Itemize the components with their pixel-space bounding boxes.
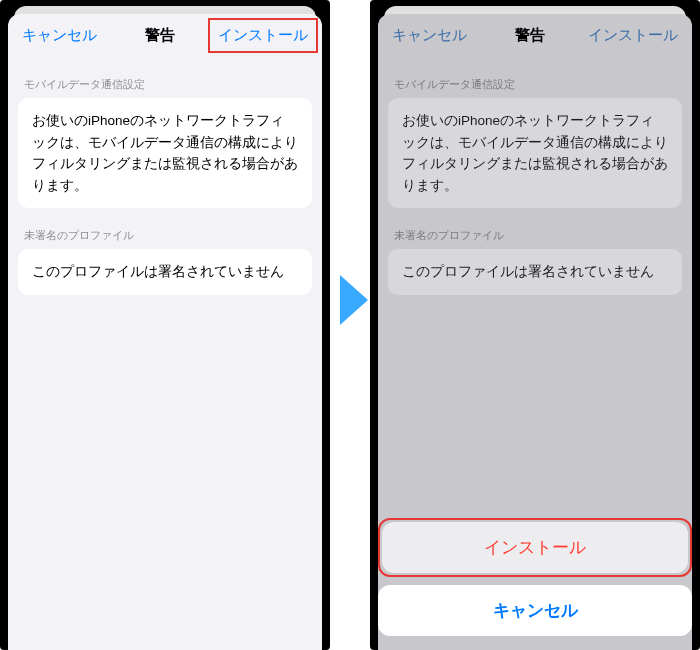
unsigned-profile-card: このプロファイルは署名されていません	[388, 249, 682, 295]
nav-title: 警告	[515, 26, 545, 45]
unsigned-profile-card: このプロファイルは署名されていません	[18, 249, 312, 295]
section-header-cellular: モバイルデータ通信設定	[378, 57, 692, 98]
phone-right: キャンセル 警告 インストール モバイルデータ通信設定 お使いのiPhoneのネ…	[370, 0, 700, 650]
nav-bar: キャンセル 警告 インストール	[378, 14, 692, 57]
install-button: インストール	[588, 26, 678, 45]
cancel-button: キャンセル	[392, 26, 472, 45]
cellular-warning-card: お使いのiPhoneのネットワークトラフィックは、モバイルデータ通信の構成により…	[18, 98, 312, 208]
nav-bar: キャンセル 警告 インストール	[8, 14, 322, 57]
cellular-warning-card: お使いのiPhoneのネットワークトラフィックは、モバイルデータ通信の構成により…	[388, 98, 682, 208]
warning-sheet: キャンセル 警告 インストール モバイルデータ通信設定 お使いのiPhoneのネ…	[8, 14, 322, 650]
phone-left: キャンセル 警告 インストール モバイルデータ通信設定 お使いのiPhoneのネ…	[0, 0, 330, 650]
install-button[interactable]: インストール	[218, 26, 308, 45]
install-highlight: インストール	[208, 18, 318, 53]
action-cancel-button[interactable]: キャンセル	[378, 585, 692, 636]
sheet-stack: キャンセル 警告 インストール モバイルデータ通信設定 お使いのiPhoneのネ…	[8, 6, 322, 650]
install-label: インストール	[218, 26, 308, 43]
svg-marker-0	[340, 275, 368, 325]
install-action-highlight: インストール	[378, 518, 692, 577]
action-sheet: インストール キャンセル	[378, 518, 692, 644]
action-install-button[interactable]: インストール	[382, 522, 688, 573]
nav-title: 警告	[145, 26, 175, 45]
section-header-cellular: モバイルデータ通信設定	[8, 57, 322, 98]
cancel-button[interactable]: キャンセル	[22, 26, 102, 45]
section-header-unsigned: 未署名のプロファイル	[8, 208, 322, 249]
section-header-unsigned: 未署名のプロファイル	[378, 208, 692, 249]
